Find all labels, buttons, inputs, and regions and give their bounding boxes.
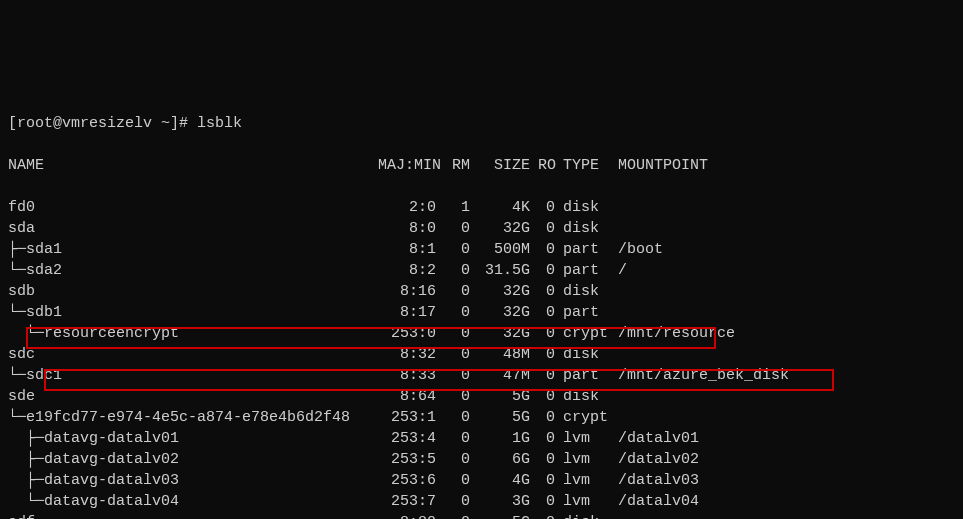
rm: 0 — [448, 260, 478, 281]
ro: 0 — [538, 344, 563, 365]
ro: 0 — [538, 491, 563, 512]
mountpoint: /mnt/azure_bek_disk — [618, 365, 789, 386]
maj-min: 8:2 — [378, 260, 448, 281]
col-header-ro: RO — [538, 155, 563, 176]
table-row: └─sda28:2031.5G0part/ — [8, 260, 955, 281]
ro: 0 — [538, 512, 563, 519]
device-name: └─resourceencrypt — [8, 323, 378, 344]
rm: 0 — [448, 449, 478, 470]
mountpoint: /mnt/resource — [618, 323, 735, 344]
table-row: └─datavg-datalv04253:703G0lvm/datalv04 — [8, 491, 955, 512]
maj-min: 8:80 — [378, 512, 448, 519]
maj-min: 2:0 — [378, 197, 448, 218]
size: 32G — [478, 302, 538, 323]
rm: 0 — [448, 386, 478, 407]
type: lvm — [563, 449, 618, 470]
header-row: NAMEMAJ:MINRMSIZEROTYPEMOUNTPOINT — [8, 155, 955, 176]
rm: 0 — [448, 344, 478, 365]
table-row: ├─datavg-datalv01253:401G0lvm/datalv01 — [8, 428, 955, 449]
type: disk — [563, 197, 618, 218]
size: 5G — [478, 386, 538, 407]
rm: 0 — [448, 218, 478, 239]
prompt-text: [root@vmresizelv ~]# — [8, 115, 197, 132]
table-row: └─sdc18:33047M0part/mnt/azure_bek_disk — [8, 365, 955, 386]
terminal: [root@vmresizelv ~]# lsblk NAMEMAJ:MINRM… — [8, 92, 955, 519]
size: 3G — [478, 491, 538, 512]
type: part — [563, 302, 618, 323]
maj-min: 253:7 — [378, 491, 448, 512]
device-name: sda — [8, 218, 378, 239]
type: disk — [563, 386, 618, 407]
type: crypt — [563, 407, 618, 428]
rm: 0 — [448, 323, 478, 344]
ro: 0 — [538, 197, 563, 218]
device-name: └─datavg-datalv04 — [8, 491, 378, 512]
device-name: ├─datavg-datalv01 — [8, 428, 378, 449]
ro: 0 — [538, 323, 563, 344]
rm: 0 — [448, 491, 478, 512]
maj-min: 8:17 — [378, 302, 448, 323]
table-row: sdc8:32048M0disk — [8, 344, 955, 365]
type: lvm — [563, 491, 618, 512]
rm: 0 — [448, 470, 478, 491]
size: 32G — [478, 218, 538, 239]
type: lvm — [563, 470, 618, 491]
size: 5G — [478, 512, 538, 519]
rm: 0 — [448, 365, 478, 386]
maj-min: 8:33 — [378, 365, 448, 386]
mountpoint: /datalv02 — [618, 449, 699, 470]
ro: 0 — [538, 260, 563, 281]
mountpoint: /boot — [618, 239, 663, 260]
table-row: └─sdb18:17032G0part — [8, 302, 955, 323]
output-rows: fd02:014K0disksda8:0032G0disk├─sda18:105… — [8, 197, 955, 519]
type: disk — [563, 512, 618, 519]
ro: 0 — [538, 302, 563, 323]
size: 31.5G — [478, 260, 538, 281]
maj-min: 253:6 — [378, 470, 448, 491]
table-row: ├─sda18:10500M0part/boot — [8, 239, 955, 260]
rm: 0 — [448, 407, 478, 428]
size: 32G — [478, 281, 538, 302]
rm: 0 — [448, 281, 478, 302]
type: part — [563, 365, 618, 386]
prompt-line[interactable]: [root@vmresizelv ~]# lsblk — [8, 113, 955, 134]
rm: 0 — [448, 302, 478, 323]
device-name: └─sdb1 — [8, 302, 378, 323]
mountpoint: /datalv03 — [618, 470, 699, 491]
table-row: sdb8:16032G0disk — [8, 281, 955, 302]
size: 5G — [478, 407, 538, 428]
maj-min: 8:32 — [378, 344, 448, 365]
table-row: sda8:0032G0disk — [8, 218, 955, 239]
mountpoint: /datalv04 — [618, 491, 699, 512]
device-name: ├─datavg-datalv03 — [8, 470, 378, 491]
device-name: fd0 — [8, 197, 378, 218]
col-header-mount: MOUNTPOINT — [618, 155, 708, 176]
size: 48M — [478, 344, 538, 365]
type: disk — [563, 218, 618, 239]
device-name: └─sdc1 — [8, 365, 378, 386]
rm: 1 — [448, 197, 478, 218]
type: part — [563, 239, 618, 260]
maj-min: 253:5 — [378, 449, 448, 470]
device-name: sde — [8, 386, 378, 407]
maj-min: 8:1 — [378, 239, 448, 260]
mountpoint: / — [618, 260, 627, 281]
device-name: ├─sda1 — [8, 239, 378, 260]
maj-min: 253:4 — [378, 428, 448, 449]
table-row: sdf8:8005G0disk — [8, 512, 955, 519]
ro: 0 — [538, 470, 563, 491]
table-row: └─e19fcd77-e974-4e5c-a874-e78e4b6d2f4825… — [8, 407, 955, 428]
ro: 0 — [538, 449, 563, 470]
ro: 0 — [538, 407, 563, 428]
col-header-majmin: MAJ:MIN — [378, 155, 448, 176]
size: 4K — [478, 197, 538, 218]
device-name: └─e19fcd77-e974-4e5c-a874-e78e4b6d2f48 — [8, 407, 378, 428]
size: 6G — [478, 449, 538, 470]
table-row: fd02:014K0disk — [8, 197, 955, 218]
device-name: sdf — [8, 512, 378, 519]
maj-min: 8:16 — [378, 281, 448, 302]
col-header-name: NAME — [8, 155, 378, 176]
table-row: └─resourceencrypt253:0032G0crypt/mnt/res… — [8, 323, 955, 344]
ro: 0 — [538, 281, 563, 302]
col-header-type: TYPE — [563, 155, 618, 176]
